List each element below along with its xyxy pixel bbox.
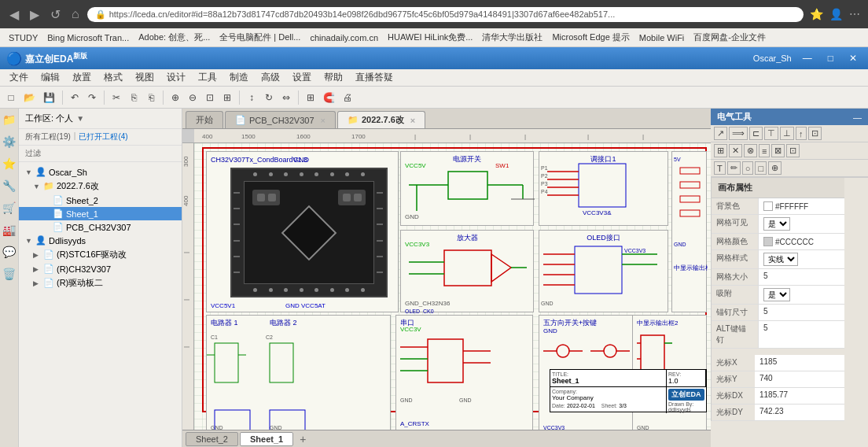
menu-settings[interactable]: 设置 — [286, 69, 318, 86]
settings-button[interactable]: ⋯ — [848, 6, 862, 22]
elec-tool-bus-entry[interactable]: ≡ — [759, 144, 770, 157]
menu-design[interactable]: 设计 — [160, 69, 192, 86]
extensions-button[interactable]: ⭐ — [808, 6, 825, 22]
elec-tool-vcc[interactable]: ↑ — [796, 127, 807, 140]
elec-tool-text[interactable]: T — [714, 161, 726, 175]
tree-item-ddlisyyds[interactable]: ▼ 👤 Ddlisyyds — [19, 234, 182, 247]
toolbar-zoom-area[interactable]: ⊞ — [219, 89, 235, 106]
elec-tool-line[interactable]: ✏ — [727, 161, 741, 175]
sidebar-component-lib-icon[interactable]: 🔧 — [1, 178, 17, 194]
toolbar-print[interactable]: 🖨 — [340, 89, 355, 106]
bookmark-chinadaily[interactable]: chinadaily.com.cn — [306, 32, 382, 43]
sidebar-shop-icon[interactable]: 🛒 — [1, 200, 17, 216]
bookmark-tsinghua[interactable]: 清华大学出版社 — [478, 31, 546, 44]
elec-tool-bus[interactable]: ⟹ — [729, 127, 748, 140]
prop-value-gridvis[interactable]: 是 否 — [759, 215, 844, 233]
tree-item-driver2[interactable]: ▶ 📄 (R)驱动板二 — [19, 275, 182, 290]
elec-tool-sheet[interactable]: ⊡ — [786, 144, 800, 157]
tree-item-sheet2[interactable]: 📄 Sheet_2 — [19, 194, 182, 207]
elec-tool-circle[interactable]: ○ — [742, 161, 754, 175]
sidebar-common-lib-icon[interactable]: ⭐ — [1, 156, 17, 172]
elec-tool-comp[interactable]: ⊞ — [714, 144, 727, 157]
tab-pcb-close[interactable]: × — [321, 116, 326, 125]
prop-value-anchor[interactable]: 5 — [759, 305, 844, 320]
bookmark-edge[interactable]: Microsoft Edge 提示 — [548, 31, 633, 44]
bookmark-adobe[interactable]: Adobe: 创意、死... — [134, 31, 214, 44]
toolbar-mirror[interactable]: ⇔ — [278, 89, 294, 106]
menu-place[interactable]: 放置 — [66, 69, 97, 86]
toolbar-paste[interactable]: ⎗ — [143, 89, 159, 106]
sidebar-support-icon[interactable]: 💬 — [1, 244, 17, 260]
menu-livestream[interactable]: 直播答疑 — [349, 69, 399, 86]
toolbar-undo[interactable]: ↶ — [67, 89, 83, 106]
tree-item-sheet1[interactable]: 📄 Sheet_1 — [19, 207, 182, 220]
elec-tool-probe[interactable]: ⊕ — [768, 161, 782, 175]
tab-pcb[interactable]: 📄 PCB_CH32V307 × — [225, 111, 336, 128]
tree-item-ch32v307[interactable]: ▶ 📄 (R)CH32V307 — [19, 262, 182, 275]
elec-tool-nojunction[interactable]: ⊗ — [744, 144, 757, 157]
project-dropdown[interactable]: ▼ — [76, 114, 84, 123]
bookmark-wifi[interactable]: Mobile WiFi — [635, 32, 688, 43]
toolbar-snap[interactable]: 🧲 — [320, 89, 338, 106]
tab-start[interactable]: 开始 — [186, 111, 223, 128]
toolbar-rotate[interactable]: ↻ — [261, 89, 277, 106]
elec-tool-power[interactable]: ⊤ — [764, 127, 778, 140]
bookmark-baidu[interactable]: 百度网盘-企业文件 — [690, 31, 770, 44]
home-button[interactable]: ⌂ — [68, 6, 83, 23]
address-bar[interactable]: 🔒 https://lceda.cn/editor#id=88a12b73d81… — [87, 7, 804, 22]
elec-tool-wire[interactable]: ↗ — [714, 127, 727, 140]
maximize-button[interactable]: □ — [823, 51, 838, 65]
prop-value-altanchor[interactable]: 5 — [759, 321, 844, 348]
back-button[interactable]: ◀ — [6, 6, 22, 24]
menu-tools[interactable]: 工具 — [192, 69, 223, 86]
toolbar-fit[interactable]: ⊡ — [202, 89, 218, 106]
profile-button[interactable]: 👤 — [828, 6, 844, 22]
elec-tool-port[interactable]: ⊡ — [808, 127, 822, 140]
toolbar-save[interactable]: 💾 — [40, 89, 58, 106]
elec-tool-gnd[interactable]: ⊥ — [780, 127, 794, 140]
prop-select-snap[interactable]: 是 否 — [763, 288, 790, 301]
open-projects-stat[interactable]: 已打开工程(4) — [79, 131, 127, 142]
toolbar-redo[interactable]: ↷ — [84, 89, 100, 106]
tree-item-folder[interactable]: ▼ 📁 2022.7.6改 — [19, 179, 182, 194]
tree-item-pcb[interactable]: 📄 PCB_CH32V307 — [19, 220, 182, 234]
bookmark-bing[interactable]: Bing Microsoft Tran... — [43, 32, 133, 43]
prop-select-gridstyle[interactable]: 实线 点线 — [763, 253, 798, 266]
all-projects-stat[interactable]: 所有工程(19) — [25, 131, 71, 142]
elec-tool-net-label[interactable]: ⊏ — [749, 127, 763, 140]
menu-manufacture[interactable]: 制造 — [223, 69, 255, 86]
tree-item-stc16f[interactable]: ▶ 📄 (R)STC16F驱动改 — [19, 247, 182, 262]
toolbar-select[interactable]: ↕ — [244, 89, 259, 106]
elec-tool-rect[interactable]: □ — [755, 161, 767, 175]
close-button[interactable]: ✕ — [844, 51, 862, 65]
refresh-button[interactable]: ↺ — [47, 6, 64, 24]
bookmark-dell[interactable]: 全号电脑配件 | Dell... — [215, 31, 304, 44]
toolbar-grid[interactable]: ⊞ — [303, 89, 318, 106]
sheet-tab-add-button[interactable]: + — [295, 432, 311, 446]
sheet-tab-sheet2[interactable]: Sheet_2 — [186, 432, 238, 446]
bookmark-study[interactable]: STUDY — [5, 32, 42, 43]
prop-value-gridsize[interactable]: 5 — [759, 269, 844, 285]
prop-value-bgcolor[interactable]: #FFFFFF — [759, 198, 844, 214]
minimize-button[interactable]: — — [798, 51, 817, 65]
prop-select-gridvis[interactable]: 是 否 — [763, 217, 790, 231]
tree-item-oscar[interactable]: ▼ 👤 Oscar_Sh — [19, 165, 182, 179]
menu-advanced[interactable]: 高级 — [255, 69, 286, 86]
toolbar-cut[interactable]: ✂ — [108, 89, 124, 106]
toolbar-open[interactable]: 📂 — [20, 89, 39, 106]
toolbar-new[interactable]: □ — [3, 89, 19, 106]
menu-edit[interactable]: 编辑 — [35, 69, 66, 86]
menu-file[interactable]: 文件 — [3, 69, 35, 86]
prop-value-gridstyle[interactable]: 实线 点线 — [759, 250, 844, 268]
sidebar-settings-icon[interactable]: ⚙️ — [1, 134, 17, 150]
bookmark-huawei[interactable]: HUAWEI HiLink免费... — [384, 31, 476, 44]
toolbar-zoom-out[interactable]: ⊖ — [185, 89, 200, 106]
toolbar-zoom-in[interactable]: ⊕ — [167, 89, 183, 106]
sheet-tab-sheet1[interactable]: Sheet_1 — [240, 432, 293, 446]
sidebar-manufacture-icon[interactable]: 🏭 — [1, 222, 17, 238]
prop-value-snap[interactable]: 是 否 — [759, 286, 844, 304]
tab-project-close[interactable]: × — [410, 116, 415, 125]
menu-view[interactable]: 视图 — [129, 69, 160, 86]
sidebar-trash-icon[interactable]: 🗑️ — [1, 266, 17, 282]
schematic-canvas[interactable]: CH32V307Tx_CondBoardV1.3 GND — [194, 143, 711, 430]
